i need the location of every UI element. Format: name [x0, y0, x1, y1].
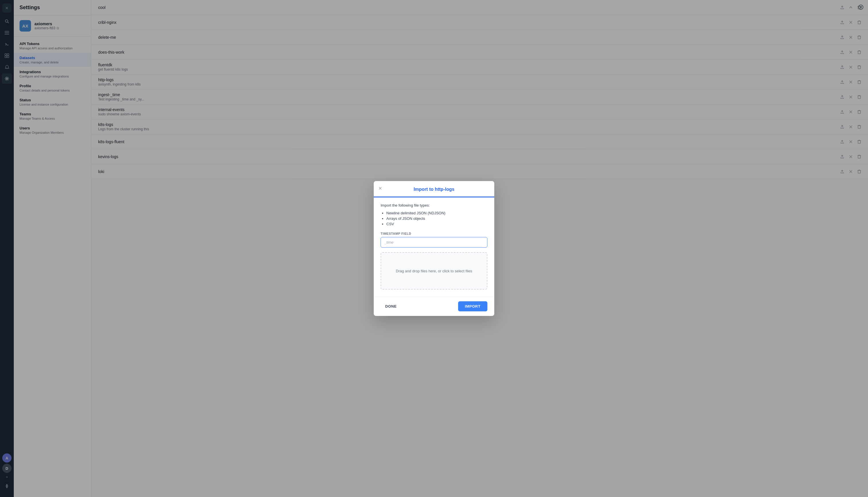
file-type-csv: CSV — [386, 222, 487, 226]
file-type-ndjson: Newline delimited JSON (NDJSON) — [386, 211, 487, 215]
modal-intro: Import the following file types: — [381, 203, 487, 208]
modal-title: Import to http-logs — [381, 187, 487, 192]
import-modal: ✕ Import to http-logs Import the followi… — [374, 181, 494, 316]
modal-close-button[interactable]: ✕ — [378, 186, 382, 191]
modal-footer: DONE IMPORT — [374, 296, 494, 316]
timestamp-field-input[interactable] — [381, 237, 487, 247]
file-drop-zone[interactable]: Drag and drop files here, or click to se… — [381, 252, 487, 289]
modal-overlay[interactable]: ✕ Import to http-logs Import the followi… — [0, 0, 868, 497]
file-type-arrays: Arrays of JSON objects — [386, 216, 487, 221]
modal-body: Import the following file types: Newline… — [374, 197, 494, 296]
file-types-list: Newline delimited JSON (NDJSON) Arrays o… — [381, 211, 487, 226]
drop-zone-text: Drag and drop files here, or click to se… — [396, 269, 472, 273]
timestamp-field-label: TIMESTAMP FIELD — [381, 232, 487, 235]
import-button[interactable]: IMPORT — [458, 301, 487, 311]
done-button[interactable]: DONE — [381, 302, 401, 311]
modal-header: ✕ Import to http-logs — [374, 181, 494, 197]
